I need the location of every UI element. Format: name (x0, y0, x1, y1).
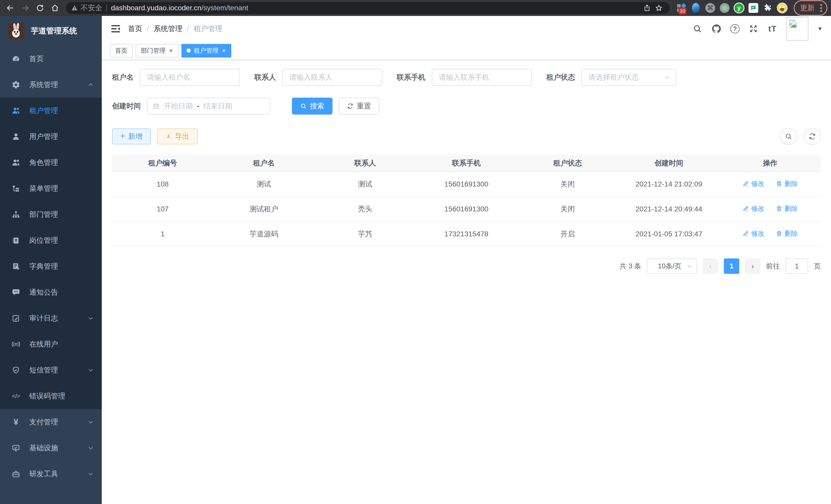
browser-toolbar: 不安全 dashboard.yudao.iocoder.cn /system/t… (0, 0, 831, 16)
help-icon[interactable] (730, 24, 740, 33)
close-icon[interactable]: × (222, 48, 226, 54)
browser-home-icon[interactable] (48, 1, 62, 14)
field-label: 租户名 (112, 72, 134, 82)
extension-chat-icon[interactable] (747, 2, 759, 14)
extension-recorder-icon[interactable] (719, 2, 730, 14)
add-button[interactable]: 新增 (112, 128, 151, 144)
delete-link[interactable]: 删除 (776, 204, 798, 213)
col-header: 操作 (719, 155, 821, 172)
status-select[interactable]: 请选择租户状态 (581, 69, 676, 86)
github-icon[interactable] (711, 24, 721, 34)
breadcrumb-home[interactable]: 首页 (128, 24, 142, 34)
sidebar-item-label: 错误码管理 (29, 391, 94, 401)
contact-input[interactable] (282, 69, 382, 86)
extension-command-icon[interactable] (704, 2, 716, 14)
export-button[interactable]: 导出 (157, 128, 198, 144)
cell-name: 测试租户 (213, 197, 315, 221)
sidebar-item-label: 研发工具 (29, 469, 87, 479)
sidebar-item-dict[interactable]: 字典管理 (0, 253, 102, 279)
total-count: 共 3 条 (620, 262, 641, 271)
fullscreen-icon[interactable] (748, 24, 758, 34)
sidebar-item-infra[interactable]: 基础设施 (0, 435, 102, 461)
edit-link[interactable]: 修改 (742, 229, 765, 238)
security-label[interactable]: 不安全 (81, 3, 102, 13)
avatar-caret-icon[interactable] (817, 25, 823, 32)
table-row: 108 测试 测试 15601691300 关闭 2021-12-14 21:0… (112, 172, 821, 197)
show-search-icon[interactable] (780, 128, 797, 145)
delete-link[interactable]: 删除 (776, 229, 798, 238)
tab-dept[interactable]: 部门管理 × (136, 44, 178, 58)
sidebar-item-online-users[interactable]: 在线用户 (0, 331, 102, 357)
cell-status: 关闭 (517, 172, 618, 197)
avatar[interactable] (786, 17, 808, 40)
sidebar-item-pay[interactable]: 支付管理 (0, 409, 102, 435)
breadcrumb-system[interactable]: 系统管理 (154, 24, 182, 34)
cell-mobile: 15601691300 (416, 172, 517, 197)
sidebar-item-tenant[interactable]: 租户管理 (0, 98, 102, 124)
refresh-table-icon[interactable] (804, 128, 821, 145)
sidebar-item-system[interactable]: 系统管理 (0, 72, 102, 98)
collapse-sidebar-icon[interactable] (110, 23, 121, 34)
app-logo-row[interactable]: 芋道管理系统 (0, 16, 102, 46)
header-search-icon[interactable] (692, 24, 703, 34)
page-size-select[interactable]: 10条/页 (647, 259, 697, 274)
next-page-icon[interactable] (745, 259, 760, 274)
edit-link[interactable]: 修改 (742, 179, 765, 188)
edit-log-icon (11, 314, 21, 323)
filter-tenant-name: 租户名 (112, 69, 240, 86)
extension-emoji-icon[interactable] (776, 2, 788, 14)
browser-update-button[interactable]: 更新 (794, 0, 827, 16)
search-icon (300, 103, 307, 110)
sidebar: 芋道管理系统 首页 系统管理 (0, 16, 102, 504)
sidebar-item-notice[interactable]: 通知公告 (0, 279, 102, 305)
system-submenu: 租户管理 用户管理 角色管理 (0, 98, 102, 409)
col-header: 租户编号 (112, 155, 213, 172)
book-gear-icon (11, 262, 21, 271)
extensions-puzzle-icon[interactable] (762, 2, 774, 14)
cell-mobile: 17321315478 (416, 221, 517, 246)
extension-balloon-icon[interactable] (690, 2, 702, 14)
edit-link[interactable]: 修改 (742, 204, 765, 213)
prev-page-icon[interactable] (703, 259, 718, 274)
app-logo (8, 23, 25, 39)
cell-id: 1 (112, 221, 213, 246)
url-bar[interactable]: 不安全 dashboard.yudao.iocoder.cn /system/t… (66, 2, 670, 14)
bookmark-star-icon[interactable] (653, 2, 665, 14)
sidebar-item-user[interactable]: 用户管理 (0, 124, 102, 149)
tab-tenant[interactable]: 租户管理 × (181, 44, 231, 58)
sidebar-item-home[interactable]: 首页 (0, 46, 102, 72)
delete-link[interactable]: 删除 (776, 179, 798, 188)
sidebar-item-role[interactable]: 角色管理 (0, 149, 102, 175)
sidebar-item-devtools[interactable]: 研发工具 (0, 461, 102, 487)
download-icon (165, 133, 172, 140)
browser-back-icon[interactable] (4, 1, 17, 14)
close-icon[interactable]: × (169, 48, 173, 54)
font-size-icon[interactable] (767, 24, 778, 34)
page-suffix: 页 (814, 262, 821, 271)
page-number-current[interactable]: 1 (724, 259, 739, 274)
dashboard-gauge-icon (11, 54, 21, 63)
reset-button[interactable]: 重置 (339, 98, 379, 115)
sidebar-item-post[interactable]: 岗位管理 (0, 227, 102, 253)
shield-check-icon (11, 365, 21, 375)
update-label: 更新 (800, 3, 814, 13)
cell-id: 107 (112, 197, 213, 221)
active-dot (187, 49, 191, 53)
goto-page-input[interactable] (785, 259, 808, 274)
sidebar-item-dept[interactable]: 部门管理 (0, 201, 102, 227)
mobile-input[interactable] (432, 69, 532, 86)
sidebar-item-sms[interactable]: 短信管理 (0, 357, 102, 383)
tab-home[interactable]: 首页 (110, 44, 133, 58)
share-icon[interactable] (641, 2, 653, 14)
browser-reload-icon[interactable] (33, 1, 47, 14)
sidebar-item-errcode[interactable]: 错误码管理 (0, 383, 102, 409)
sidebar-item-menu[interactable]: 菜单管理 (0, 175, 102, 201)
extension-tabs-icon[interactable]: 10 (676, 2, 687, 14)
tenant-name-input[interactable] (140, 69, 240, 86)
sidebar-item-audit-log[interactable]: 审计日志 (0, 305, 102, 331)
cell-contact: 秃头 (315, 197, 416, 221)
browser-menu-icon[interactable] (818, 4, 824, 12)
extension-y-icon[interactable]: y (733, 2, 745, 14)
search-button[interactable]: 搜索 (292, 98, 333, 115)
date-range-picker[interactable]: 开始日期 - 结束日期 (147, 98, 270, 115)
